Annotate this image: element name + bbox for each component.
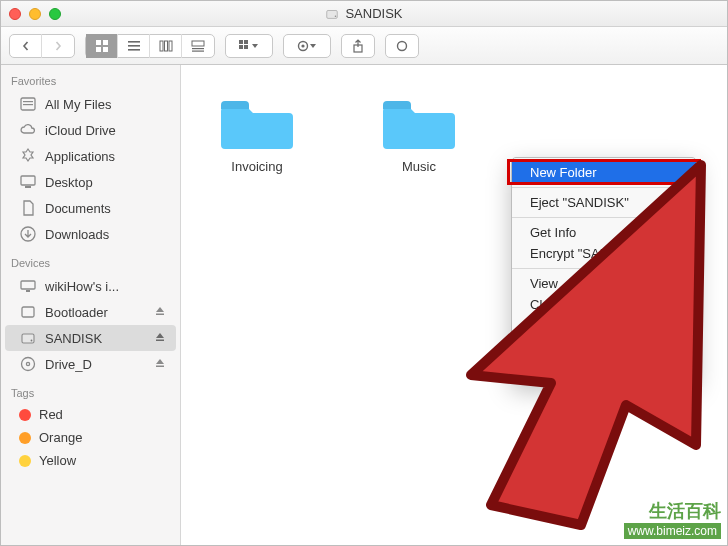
ctx-show-view-options[interactable]: Show View Options [512, 357, 696, 378]
computer-icon [19, 277, 37, 295]
eject-icon[interactable] [154, 305, 166, 320]
forward-button[interactable] [42, 34, 74, 58]
arrange-dropdown[interactable] [225, 34, 273, 58]
sidebar-item-label: Documents [45, 201, 111, 216]
window-title: SANDISK [345, 6, 402, 21]
view-switcher [85, 34, 215, 58]
sidebar-item-label: Yellow [39, 453, 76, 468]
disk-icon [19, 303, 37, 321]
svg-rect-31 [22, 307, 34, 317]
svg-rect-33 [22, 334, 34, 343]
ctx-item-label: Show View Options [530, 360, 643, 375]
sidebar-item-label: wikiHow's i... [45, 279, 119, 294]
ctx-encrypt[interactable]: Encrypt "SANDISK"... [512, 243, 696, 264]
tag-dot-orange [19, 432, 31, 444]
svg-rect-8 [128, 49, 140, 51]
maximize-window-button[interactable] [49, 8, 61, 20]
sidebar-item-label: Applications [45, 149, 115, 164]
svg-rect-26 [21, 176, 35, 185]
body-area: Favorites All My Files iCloud Drive Appl… [1, 65, 727, 545]
sidebar-tag-yellow[interactable]: Yellow [5, 449, 176, 472]
sidebar: Favorites All My Files iCloud Drive Appl… [1, 65, 181, 545]
svg-rect-38 [156, 365, 164, 367]
eject-icon[interactable] [154, 331, 166, 346]
svg-rect-9 [160, 41, 163, 51]
svg-point-1 [335, 15, 337, 17]
ctx-item-label: Eject "SANDISK" [530, 195, 629, 210]
sidebar-item-sandisk[interactable]: SANDISK [5, 325, 176, 351]
svg-rect-4 [96, 47, 101, 52]
svg-point-37 [26, 362, 29, 365]
sidebar-item-label: SANDISK [45, 331, 102, 346]
ctx-view[interactable]: View▶ [512, 273, 696, 294]
svg-point-34 [31, 340, 33, 342]
sidebar-item-label: iCloud Drive [45, 123, 116, 138]
tag-dot-yellow [19, 455, 31, 467]
svg-rect-3 [103, 40, 108, 45]
tags-button[interactable] [385, 34, 419, 58]
column-view-button[interactable] [150, 34, 182, 58]
icon-view-button[interactable] [86, 34, 118, 58]
svg-point-22 [398, 41, 407, 50]
sidebar-tag-orange[interactable]: Orange [5, 426, 176, 449]
folder-music[interactable]: Music [383, 95, 455, 174]
sidebar-item-wikihow[interactable]: wikiHow's i... [5, 273, 176, 299]
section-header-devices: Devices [1, 247, 180, 273]
sidebar-item-label: Orange [39, 430, 82, 445]
sidebar-item-drive-d[interactable]: Drive_D [5, 351, 176, 377]
svg-rect-18 [244, 45, 248, 49]
svg-rect-25 [23, 104, 33, 105]
list-view-button[interactable] [118, 34, 150, 58]
svg-rect-35 [156, 339, 164, 341]
icloud-icon [19, 121, 37, 139]
sidebar-item-desktop[interactable]: Desktop [5, 169, 176, 195]
desktop-icon [19, 173, 37, 191]
svg-rect-6 [128, 41, 140, 43]
minimize-window-button[interactable] [29, 8, 41, 20]
sidebar-tag-red[interactable]: Red [5, 403, 176, 426]
svg-rect-32 [156, 313, 164, 315]
sidebar-item-all-my-files[interactable]: All My Files [5, 91, 176, 117]
volume-icon [325, 7, 339, 21]
ctx-clean-up-by[interactable]: Clean Up By▶ [512, 315, 696, 336]
finder-window: SANDISK Favorites All My Files iCloud Dr… [0, 0, 728, 546]
ctx-get-info[interactable]: Get Info [512, 222, 696, 243]
navigation-group [9, 34, 75, 58]
sidebar-item-label: Downloads [45, 227, 109, 242]
sidebar-item-applications[interactable]: Applications [5, 143, 176, 169]
watermark-line: 生活百科 [624, 501, 721, 523]
folder-icon [221, 95, 293, 151]
ctx-new-folder[interactable]: New Folder [512, 162, 696, 183]
coverflow-view-button[interactable] [182, 34, 214, 58]
svg-rect-27 [25, 186, 31, 188]
sidebar-item-bootloader[interactable]: Bootloader [5, 299, 176, 325]
ctx-separator [512, 217, 696, 218]
ctx-clean-up[interactable]: Clean Up [512, 294, 696, 315]
sidebar-item-downloads[interactable]: Downloads [5, 221, 176, 247]
sidebar-item-icloud-drive[interactable]: iCloud Drive [5, 117, 176, 143]
svg-rect-7 [128, 45, 140, 47]
action-dropdown[interactable] [283, 34, 331, 58]
share-button[interactable] [341, 34, 375, 58]
tag-dot-red [19, 409, 31, 421]
sidebar-item-documents[interactable]: Documents [5, 195, 176, 221]
svg-rect-24 [23, 101, 33, 102]
folder-invoicing[interactable]: Invoicing [221, 95, 293, 174]
watermark-line: www.bimeiz.com [624, 523, 721, 539]
sidebar-item-label: All My Files [45, 97, 111, 112]
watermark: 生活百科 www.bimeiz.com [624, 501, 721, 539]
drive-icon [19, 329, 37, 347]
sidebar-item-label: Drive_D [45, 357, 92, 372]
svg-rect-13 [192, 48, 204, 49]
submenu-arrow-icon: ▶ [672, 278, 680, 289]
submenu-arrow-icon: ▶ [672, 341, 680, 352]
file-browser-area[interactable]: Invoicing Music New Folder Eject "SANDIS… [181, 65, 727, 545]
ctx-arrange-by[interactable]: Arrange By▶ [512, 336, 696, 357]
close-window-button[interactable] [9, 8, 21, 20]
submenu-arrow-icon: ▶ [672, 320, 680, 331]
ctx-separator [512, 187, 696, 188]
ctx-eject[interactable]: Eject "SANDISK" [512, 192, 696, 213]
svg-point-36 [22, 358, 35, 371]
eject-icon[interactable] [154, 357, 166, 372]
back-button[interactable] [10, 34, 42, 58]
